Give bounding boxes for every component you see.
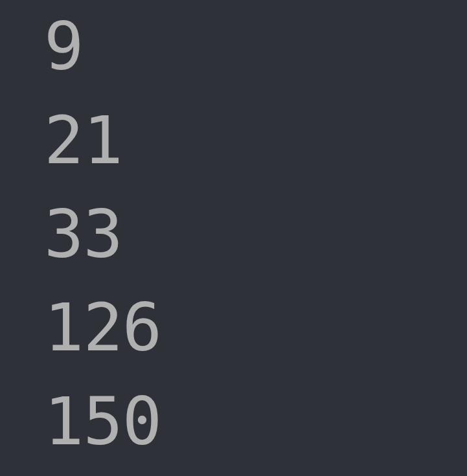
- terminal-output: 9 21 33 126 150: [44, 0, 467, 469]
- output-line: 33: [44, 188, 467, 282]
- output-line: 21: [44, 94, 467, 188]
- output-line: 126: [44, 281, 467, 375]
- output-line: 150: [44, 375, 467, 469]
- output-line: 9: [44, 0, 467, 94]
